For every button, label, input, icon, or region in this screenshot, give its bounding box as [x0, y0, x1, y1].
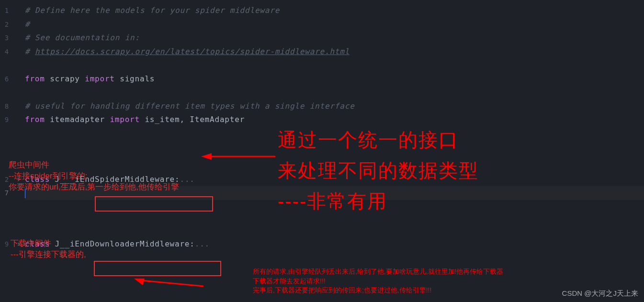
comment-line: # See documentation in: — [25, 31, 644, 45]
fold-chevron-icon[interactable]: › — [16, 173, 22, 187]
line-number: 2 — [0, 18, 13, 32]
annotation-downloader-detail: 所有的请求,由引擎经队列丢出来后,给到了他,要加啥玩意儿,就往里加!他再传给下载… — [253, 267, 503, 295]
line-number-gutter: 1 2 3 4 6 8 9 2 7 9 — [0, 0, 13, 302]
line-number — [0, 86, 13, 100]
line-number: 2 — [0, 173, 13, 187]
line-number: 6 — [0, 72, 13, 86]
comment-line: # — [25, 18, 644, 32]
comment-line: # Define here the models for your spider… — [25, 4, 644, 18]
watermark: CSDN @大河之J天上来 — [562, 289, 638, 298]
import-line: from scrapy import signals — [25, 72, 644, 86]
line-number: 8 — [0, 100, 13, 113]
class-def-line[interactable]: ›class J__iEndDownloaderMiddleware:... — [25, 237, 644, 251]
blank-line — [25, 86, 644, 100]
comment-url-line: # https://docs.scrapy.org/en/latest/topi… — [25, 45, 644, 59]
line-number: 9 — [0, 113, 13, 127]
line-number — [0, 127, 13, 164]
line-number: 3 — [0, 31, 13, 45]
line-number-active: 7 — [0, 186, 13, 200]
line-number: 4 — [0, 45, 13, 59]
line-number — [0, 58, 13, 72]
line-number: 1 — [0, 4, 13, 18]
blank-line — [25, 58, 644, 72]
line-number — [0, 200, 13, 237]
line-number — [0, 164, 13, 173]
annotation-headline: 通过一个统一的接口 来处理不同的数据类型 ----非常有用 — [278, 124, 479, 216]
comment-line: # useful for handling different item typ… — [25, 100, 644, 113]
line-number: 9 — [0, 237, 13, 251]
text-cursor — [25, 189, 25, 198]
fold-chevron-icon[interactable]: › — [16, 237, 22, 251]
